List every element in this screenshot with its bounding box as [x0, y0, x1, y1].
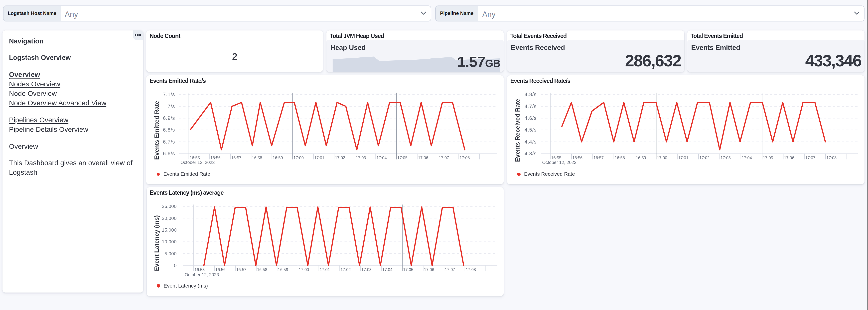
svg-text:4.7/s: 4.7/s: [524, 103, 536, 109]
svg-text:10,000: 10,000: [162, 239, 177, 244]
svg-text:6.6/s: 6.6/s: [163, 151, 175, 156]
svg-text:October 12, 2023: October 12, 2023: [542, 160, 577, 165]
svg-text:17:04: 17:04: [377, 155, 387, 160]
svg-text:17:02: 17:02: [699, 155, 710, 160]
svg-text:16:57: 16:57: [236, 267, 246, 272]
svg-text:7/s: 7/s: [168, 103, 175, 109]
svg-text:17:02: 17:02: [335, 155, 345, 160]
svg-text:17:06: 17:06: [424, 267, 434, 272]
svg-text:17:03: 17:03: [361, 267, 371, 272]
svg-text:16:56: 16:56: [211, 155, 221, 160]
svg-text:17:05: 17:05: [403, 267, 413, 272]
svg-text:4.3/s: 4.3/s: [524, 151, 536, 156]
svg-text:6.7/s: 6.7/s: [163, 139, 175, 145]
svg-text:16:57: 16:57: [593, 155, 604, 160]
svg-text:17:08: 17:08: [460, 155, 470, 160]
svg-text:16:59: 16:59: [636, 155, 646, 160]
svg-text:17:00: 17:00: [657, 155, 667, 160]
svg-text:17:01: 17:01: [319, 267, 330, 272]
svg-text:16:56: 16:56: [572, 155, 583, 160]
svg-text:17:02: 17:02: [340, 267, 351, 272]
svg-text:17:04: 17:04: [742, 155, 752, 160]
svg-text:6.9/s: 6.9/s: [163, 115, 175, 121]
svg-text:4.5/s: 4.5/s: [524, 127, 536, 132]
svg-text:16:59: 16:59: [278, 267, 288, 272]
svg-text:16:56: 16:56: [215, 267, 225, 272]
svg-text:17:01: 17:01: [314, 155, 325, 160]
svg-text:5,000: 5,000: [164, 251, 177, 256]
svg-text:16:58: 16:58: [257, 267, 267, 272]
svg-text:17:05: 17:05: [763, 155, 773, 160]
svg-text:16:59: 16:59: [273, 155, 283, 160]
svg-text:17:05: 17:05: [397, 155, 407, 160]
svg-text:15,000: 15,000: [162, 227, 177, 232]
svg-text:October 12, 2023: October 12, 2023: [184, 272, 219, 277]
svg-text:17:07: 17:07: [805, 155, 815, 160]
svg-text:17:07: 17:07: [439, 155, 449, 160]
svg-text:October 12, 2023: October 12, 2023: [181, 160, 215, 165]
svg-text:17:03: 17:03: [720, 155, 731, 160]
svg-text:17:08: 17:08: [826, 155, 837, 160]
svg-text:7.1/s: 7.1/s: [163, 92, 175, 97]
svg-text:16:58: 16:58: [252, 155, 262, 160]
svg-text:4.4/s: 4.4/s: [524, 139, 536, 145]
svg-text:17:00: 17:00: [293, 155, 304, 160]
svg-text:20,000: 20,000: [162, 216, 177, 221]
svg-text:17:01: 17:01: [678, 155, 688, 160]
svg-text:16:58: 16:58: [615, 155, 625, 160]
svg-text:6.8/s: 6.8/s: [163, 127, 175, 132]
svg-text:17:08: 17:08: [465, 267, 476, 272]
svg-text:17:07: 17:07: [445, 267, 455, 272]
svg-text:17:06: 17:06: [418, 155, 429, 160]
svg-text:16:55: 16:55: [194, 267, 205, 272]
svg-text:4.6/s: 4.6/s: [524, 115, 536, 121]
svg-text:17:03: 17:03: [356, 155, 366, 160]
svg-text:17:04: 17:04: [382, 267, 392, 272]
svg-text:4.8/s: 4.8/s: [524, 92, 536, 97]
svg-text:16:55: 16:55: [190, 155, 200, 160]
svg-text:17:00: 17:00: [299, 267, 309, 272]
svg-text:17:06: 17:06: [784, 155, 794, 160]
svg-text:0: 0: [174, 263, 177, 268]
svg-text:25,000: 25,000: [162, 204, 177, 209]
svg-text:16:55: 16:55: [551, 155, 561, 160]
svg-text:16:57: 16:57: [231, 155, 242, 160]
